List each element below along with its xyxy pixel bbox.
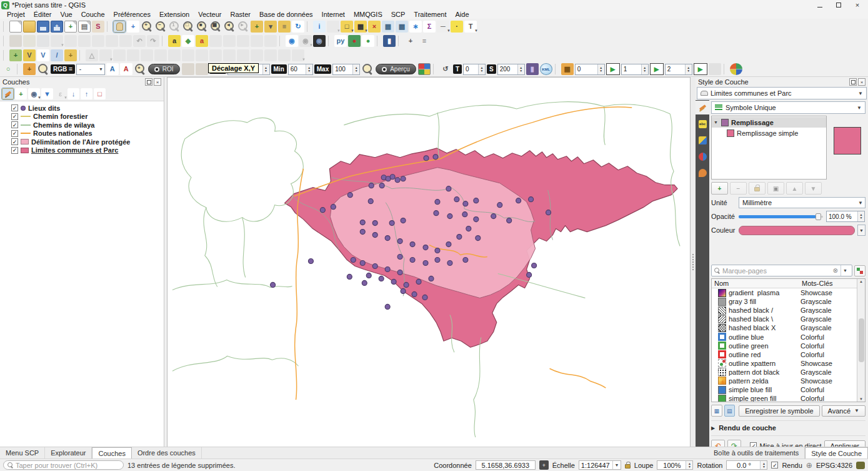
- tab-3d-view[interactable]: [696, 133, 709, 147]
- filter-legend-icon[interactable]: ▼: [41, 88, 53, 99]
- icon-view-button[interactable]: ▦: [711, 405, 722, 417]
- tab-boite-a-outils-de-traitements[interactable]: Boîte à outils de traitements: [708, 447, 805, 458]
- bookmark-row[interactable]: pattern dot blackGrayscale: [712, 368, 857, 377]
- rgb-combo[interactable]: -▼: [76, 64, 105, 75]
- python-console-icon[interactable]: py: [334, 35, 347, 47]
- select-features-icon[interactable]: □▼: [341, 21, 353, 33]
- zoom-to-selection-icon[interactable]: ■: [196, 21, 208, 33]
- step2-spinbox[interactable]: 2▲▼: [665, 64, 692, 75]
- bookmark-row[interactable]: outline blueColorful: [712, 332, 857, 341]
- chevron-down-icon[interactable]: ▼: [841, 265, 849, 276]
- bookmark-row[interactable]: hashed black XGrayscale: [712, 323, 857, 332]
- menu-item-7[interactable]: Raster: [226, 10, 255, 19]
- layer-item-chemins-de-wilaya[interactable]: Chemins de wilaya: [1, 121, 164, 129]
- s-spinbox-arrows[interactable]: ▲▼: [517, 64, 524, 74]
- spinbox-arrows[interactable]: ▲▼: [857, 211, 864, 221]
- first-aid-panel-icon[interactable]: ▮: [383, 35, 396, 47]
- bookmark-row[interactable]: pattern zeldaShowcase: [712, 377, 857, 385]
- text-annotation-icon-dropdown[interactable]: ▼: [474, 29, 478, 33]
- coordinate-input[interactable]: 5.1658,36.6933: [476, 460, 536, 470]
- statistical-summary-icon[interactable]: Σ: [423, 21, 436, 33]
- max-spinbox[interactable]: 100▲▼: [332, 64, 360, 75]
- spinbox-arrows[interactable]: ▲▼: [760, 461, 767, 469]
- map-canvas[interactable]: [167, 77, 691, 447]
- bookmark-row[interactable]: outline greenColorful: [712, 342, 857, 350]
- menu-item-13[interactable]: Aide: [451, 10, 474, 19]
- scroll-down-icon[interactable]: ▼: [859, 397, 863, 401]
- new-spatial-bookmark-icon[interactable]: +: [251, 21, 263, 33]
- expander-icon[interactable]: ▼: [714, 120, 719, 124]
- expander-icon[interactable]: ▶: [711, 425, 715, 431]
- zoom-out-icon[interactable]: −: [154, 21, 167, 33]
- zoom-full-extent-icon[interactable]: □: [182, 21, 194, 33]
- new-memory-layer-icon[interactable]: /: [51, 49, 63, 61]
- scp-rgb-composite-icon[interactable]: [418, 63, 431, 75]
- kml-export-icon[interactable]: KML: [540, 63, 552, 75]
- scp-go-1-button[interactable]: ▶: [606, 63, 620, 75]
- dist-spinbox-arrows[interactable]: ▲▼: [262, 64, 269, 74]
- qgis-hub-icon[interactable]: ◉: [313, 35, 326, 47]
- opacity-spinbox[interactable]: 100.0 % ▲▼: [826, 211, 865, 222]
- zoom-to-layer-icon[interactable]: ▦: [209, 21, 222, 33]
- tab-couches[interactable]: Couches: [92, 447, 131, 458]
- bookmark-row[interactable]: outline redColorful: [712, 350, 857, 359]
- scp-go-2-button[interactable]: ▶: [650, 63, 664, 75]
- menu-item-4[interactable]: Préférences: [109, 10, 155, 19]
- new-spatialite-layer-icon[interactable]: +: [64, 49, 77, 61]
- open-layer-styling-panel-icon[interactable]: [2, 88, 14, 99]
- identify-features-icon[interactable]: i: [313, 21, 326, 33]
- menu-item-5[interactable]: Extension: [155, 10, 194, 19]
- add-group-icon[interactable]: +: [15, 88, 27, 99]
- max-spinbox-arrows[interactable]: ▲▼: [352, 64, 359, 74]
- manage-map-themes-icon[interactable]: ◉▼: [28, 88, 40, 99]
- scp-go-3-button[interactable]: ▶: [694, 63, 707, 75]
- menu-item-6[interactable]: Vecteur: [194, 10, 226, 19]
- open-project-icon[interactable]: [23, 21, 36, 33]
- map-tips-icon[interactable]: ·: [451, 21, 463, 33]
- render-checkbox[interactable]: [771, 462, 778, 468]
- scp-band-calc-icon[interactable]: [37, 63, 49, 75]
- magnifier-spinbox[interactable]: 100% ▲▼: [657, 460, 693, 470]
- layer-visibility-checkbox[interactable]: [11, 138, 18, 145]
- open-field-calculator-icon[interactable]: ▩: [396, 21, 408, 33]
- menu-item-3[interactable]: Couche: [77, 10, 109, 19]
- tab-ordre-des-couches[interactable]: Ordre des couches: [132, 447, 202, 458]
- symbol-tree-root-row[interactable]: ▼ Remplissage: [712, 117, 826, 128]
- roi-pointer-toggle[interactable]: ROI: [148, 64, 180, 74]
- cad-settings-icon-dropdown[interactable]: ▼: [302, 58, 306, 61]
- new-print-layout-icon[interactable]: +: [64, 21, 77, 33]
- menu-item-1[interactable]: Éditer: [29, 10, 56, 19]
- layer-item-routes-nationales[interactable]: Routes nationales: [1, 129, 164, 138]
- layers-panel-float-button[interactable]: [145, 78, 152, 86]
- zoom-last-icon[interactable]: ◂: [223, 21, 236, 33]
- remove-layer-icon[interactable]: □: [94, 88, 106, 99]
- style-manager-icon[interactable]: S: [92, 21, 104, 33]
- show-layout-manager-icon[interactable]: ▤: [78, 21, 91, 33]
- mouse-tracking-icon[interactable]: +: [539, 460, 549, 470]
- save-project-as-icon[interactable]: +: [51, 21, 63, 33]
- scp-signature-plot-icon[interactable]: [730, 63, 742, 75]
- qms-globe-icon[interactable]: ●: [362, 35, 374, 47]
- bookmark-row[interactable]: outline xpatternShowcase: [712, 359, 857, 368]
- apercu-toggle[interactable]: Aperçu: [376, 64, 416, 74]
- messages-icon[interactable]: [856, 462, 865, 469]
- tab-explorateur[interactable]: Explorateur: [45, 447, 92, 458]
- bookmark-row[interactable]: hashed black /Grayscale: [712, 306, 857, 315]
- check-geometries-icon[interactable]: ≡: [418, 35, 431, 47]
- min-spinbox[interactable]: 60▲▼: [288, 64, 313, 75]
- scroll-up-icon[interactable]: ▲: [859, 280, 863, 283]
- menu-item-11[interactable]: SCP: [387, 10, 410, 19]
- grid-spinbox-arrows[interactable]: ▲▼: [597, 64, 604, 74]
- layer-rendering-section[interactable]: ▶ Rendu de couche: [711, 424, 866, 432]
- minimize-button[interactable]: [811, 1, 829, 10]
- osm-place-search-icon[interactable]: ●: [348, 35, 361, 47]
- t-spinbox[interactable]: 0▲▼: [463, 64, 486, 75]
- styling-panel-close-button[interactable]: ×: [858, 78, 866, 86]
- scp-grid-icon[interactable]: ▦: [561, 63, 574, 75]
- collapse-all-icon[interactable]: ↑: [81, 88, 92, 99]
- processing-toolbox-icon[interactable]: ∗: [409, 21, 422, 33]
- scp-stddev-stretch-icon[interactable]: A: [120, 63, 132, 75]
- scp-cumulative-stretch-icon[interactable]: A: [106, 63, 119, 75]
- open-attribute-table-icon[interactable]: ▦: [382, 21, 394, 33]
- advanced-button[interactable]: Avancé▼: [822, 405, 866, 417]
